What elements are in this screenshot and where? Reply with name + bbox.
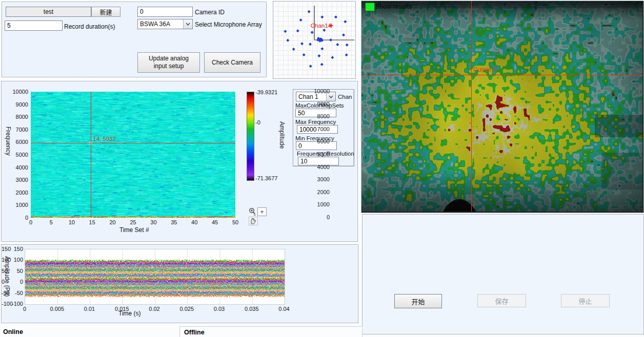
tick-label: 10000 bbox=[9, 89, 28, 95]
waveform-panel: Amplitude (Pa) Time (s) 150100500-50-100… bbox=[1, 244, 358, 323]
tick-label: 45 bbox=[212, 219, 218, 225]
stop-button[interactable]: 停止 bbox=[561, 294, 610, 307]
channel-select-label: Chan bbox=[338, 94, 352, 100]
waveform-canvas bbox=[25, 249, 285, 305]
tick-label: 35 bbox=[171, 219, 177, 225]
tick-label: 100 bbox=[8, 257, 23, 263]
tick-label: 30 bbox=[150, 219, 156, 225]
spectrogram-canvas[interactable] bbox=[31, 92, 235, 218]
tick-label: 4000 bbox=[317, 164, 330, 170]
microphone-array-select[interactable]: BSWA 36A bbox=[137, 19, 193, 29]
record-duration-label: Record duration(s) bbox=[64, 23, 115, 30]
new-button[interactable]: 新建 bbox=[91, 7, 120, 17]
tick-label: 2000 bbox=[317, 189, 330, 195]
spectrogram-xlabel: Time Set # bbox=[119, 226, 149, 234]
array-cursor-label: Chan14 bbox=[311, 23, 331, 29]
tick-label: 10000 bbox=[314, 88, 330, 94]
tick-label: 5000 bbox=[317, 151, 330, 157]
record-duration-input[interactable] bbox=[5, 20, 63, 31]
tick-label: 9000 bbox=[9, 101, 28, 108]
tick-label: 25 bbox=[130, 219, 136, 225]
tick-label: 4000 bbox=[9, 164, 28, 171]
tick-label: 150 bbox=[8, 246, 23, 252]
tick-label: 5000 bbox=[9, 152, 28, 158]
acoustic-camera-app: test 新建 Record duration(s) Camera ID BSW… bbox=[0, 0, 644, 337]
offline-status-tab: Offline bbox=[179, 326, 363, 337]
camera-cursor-vline[interactable] bbox=[471, 1, 472, 212]
tick-label: 1000 bbox=[317, 201, 330, 207]
tick-label: 8000 bbox=[9, 114, 28, 120]
tick-label: 3000 bbox=[317, 176, 330, 182]
zoom-tool-icon[interactable] bbox=[248, 207, 257, 216]
maxcolormapsets-input[interactable] bbox=[295, 109, 336, 117]
mic-array-plot: Chan14 bbox=[273, 1, 356, 79]
show-results-label: Show results bbox=[375, 3, 412, 10]
camera-cursor-hline[interactable] bbox=[361, 75, 642, 75]
colorbar bbox=[247, 92, 254, 181]
start-button[interactable]: 开始 bbox=[394, 294, 442, 308]
update-analog-input-button[interactable]: Update analog input setup bbox=[137, 52, 200, 73]
tick-label: 0.03 bbox=[214, 306, 225, 312]
mic-array-points bbox=[273, 2, 354, 77]
max-frequency-label: Max Frequency bbox=[295, 119, 336, 125]
tick-label: 0.04 bbox=[278, 306, 289, 312]
tick-label: 0 bbox=[29, 219, 32, 225]
tick-label: 1000 bbox=[9, 202, 28, 208]
tick-label: -100 bbox=[8, 301, 23, 307]
spectrogram-cursor-hline[interactable] bbox=[31, 143, 235, 143]
config-panel: test 新建 Record duration(s) Camera ID BSW… bbox=[2, 2, 267, 77]
camera-id-label: Camera ID bbox=[195, 9, 225, 16]
zoom-rect-mode-icon[interactable]: + bbox=[257, 207, 267, 216]
pan-hand-icon[interactable] bbox=[249, 217, 258, 225]
tick-label: 0 bbox=[8, 279, 23, 285]
tick-label: 0 bbox=[327, 214, 330, 220]
tick-label: 0.025 bbox=[179, 306, 194, 312]
spectrogram-cursor-vline[interactable] bbox=[91, 92, 91, 218]
tick-label: 0.005 bbox=[50, 306, 64, 312]
tick-label: 3000 bbox=[9, 177, 28, 183]
check-camera-button[interactable]: Check Camera bbox=[204, 52, 260, 73]
tick-label: 0 bbox=[2, 279, 5, 285]
tick-label: 2000 bbox=[9, 189, 28, 196]
colorbar-mid: -0 bbox=[255, 119, 260, 125]
tick-label: 50 bbox=[232, 219, 238, 225]
show-results-indicator[interactable] bbox=[365, 3, 375, 11]
tick-label: 50 bbox=[2, 268, 8, 274]
actions-panel: 开始 保存 停止 bbox=[362, 214, 644, 334]
tick-label: 0.035 bbox=[245, 306, 259, 312]
tick-label: 40 bbox=[191, 219, 197, 225]
tick-label: 20 bbox=[109, 219, 115, 225]
tick-label: 5 bbox=[50, 219, 53, 225]
tick-label: 10 bbox=[69, 219, 75, 225]
online-status-label: Online bbox=[3, 328, 23, 335]
tick-label: 6000 bbox=[317, 138, 330, 144]
tick-label: 0 bbox=[9, 215, 28, 221]
tick-label: 15 bbox=[89, 219, 95, 225]
tick-label: 50 bbox=[8, 268, 23, 274]
tick-label: 0.01 bbox=[84, 306, 95, 312]
microphone-array-value: BSWA 36A bbox=[138, 20, 183, 28]
min-frequency-input[interactable] bbox=[296, 141, 337, 150]
tick-label: 7000 bbox=[9, 127, 28, 133]
save-button[interactable]: 保存 bbox=[477, 294, 526, 307]
test-name-field[interactable]: test bbox=[6, 7, 91, 17]
chevron-down-icon[interactable] bbox=[183, 19, 192, 29]
microphone-array-label: Select Microphone Array bbox=[195, 21, 262, 28]
tick-label: 7000 bbox=[317, 126, 330, 132]
colorbar-max: -39.9321 bbox=[255, 89, 277, 95]
tick-label: 6000 bbox=[9, 139, 28, 145]
tick-label: 0.015 bbox=[115, 306, 129, 312]
camera-view-panel: Cursor 0 Show results bbox=[361, 1, 644, 213]
tick-label: 0 bbox=[23, 306, 26, 312]
tick-label: 0.02 bbox=[149, 306, 159, 312]
offline-status-label: Offline bbox=[184, 329, 205, 336]
spectrogram-cursor-readout: 14, 5932 bbox=[93, 136, 116, 142]
colorbar-title: Amplitude bbox=[278, 121, 286, 149]
tick-label: -50 bbox=[8, 290, 23, 296]
camera-cursor-label: Cursor 0 bbox=[473, 66, 497, 73]
spectrogram-panel: Frequency 14, 5932 Time Set # -39.9321 -… bbox=[1, 81, 358, 242]
tick-label: 8000 bbox=[317, 113, 330, 119]
camera-id-input[interactable] bbox=[137, 7, 193, 17]
camera-image[interactable] bbox=[361, 1, 642, 212]
tick-label: 9000 bbox=[317, 101, 330, 107]
